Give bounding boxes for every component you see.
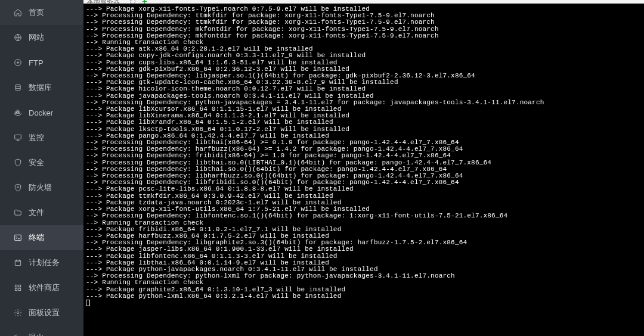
svg-rect-14 (18, 288, 21, 291)
sidebar-item-site[interactable]: 网站 (0, 25, 83, 50)
svg-point-2 (16, 85, 20, 87)
folder-icon (13, 208, 23, 217)
sidebar-item-ftp[interactable]: FTP (0, 50, 83, 75)
svg-rect-4 (17, 112, 18, 113)
svg-rect-7 (15, 135, 21, 139)
sidebar-item-security[interactable]: 安全 (0, 150, 83, 175)
svg-rect-6 (17, 110, 18, 111)
sidebar-item-label: FTP (29, 58, 44, 67)
sidebar-item-store[interactable]: 软件商店 (0, 275, 83, 300)
sidebar: 首页网站FTP数据库Docker监控安全防火墙文件终端计划任务软件商店面板设置退… (0, 0, 83, 336)
firewall-icon (13, 183, 23, 192)
sidebar-item-label: 数据库 (29, 82, 52, 93)
sidebar-item-label: 计划任务 (29, 257, 60, 268)
sidebar-item-files[interactable]: 文件 (0, 200, 83, 225)
terminal-icon (13, 233, 23, 242)
logout-icon (13, 333, 23, 336)
sidebar-item-label: 监控 (29, 132, 44, 143)
settings-icon (13, 308, 23, 318)
ftp-icon (13, 58, 23, 67)
sidebar-item-home[interactable]: 首页 (0, 0, 83, 25)
svg-rect-10 (15, 260, 20, 266)
sidebar-item-firewall[interactable]: 防火墙 (0, 175, 83, 200)
svg-rect-5 (18, 112, 20, 113)
sidebar-item-panel[interactable]: 面板设置 (0, 300, 83, 325)
sidebar-item-label: 安全 (29, 157, 44, 168)
sidebar-item-label: 退出 (29, 332, 44, 336)
terminal-output[interactable]: ---> Package xorg-x11-fonts-Type1.noarch… (83, 4, 644, 336)
terminal-cursor (86, 300, 90, 306)
sidebar-item-docker[interactable]: Docker (0, 100, 83, 125)
sidebar-item-label: 文件 (29, 207, 44, 218)
database-icon (13, 83, 23, 92)
sidebar-item-terminal[interactable]: 终端 (0, 225, 83, 250)
sidebar-item-label: Docker (29, 108, 53, 117)
sidebar-item-cron[interactable]: 计划任务 (0, 250, 83, 275)
svg-rect-13 (15, 288, 17, 291)
svg-point-8 (17, 186, 18, 188)
monitor-icon (13, 133, 23, 142)
home-icon (13, 8, 23, 17)
clock-icon (13, 258, 23, 267)
sidebar-item-db[interactable]: 数据库 (0, 75, 83, 100)
svg-rect-3 (15, 112, 16, 113)
sidebar-item-label: 面板设置 (29, 307, 60, 318)
grid-icon (13, 283, 23, 293)
svg-rect-12 (18, 285, 21, 287)
sidebar-item-label: 软件商店 (29, 282, 60, 293)
sidebar-item-label: 防火墙 (29, 182, 52, 193)
svg-point-15 (17, 312, 19, 314)
sidebar-item-label: 网站 (29, 32, 44, 43)
svg-rect-11 (15, 285, 17, 287)
sidebar-item-label: 首页 (29, 7, 44, 18)
sidebar-item-monitor[interactable]: 监控 (0, 125, 83, 150)
svg-rect-9 (15, 235, 21, 240)
shield-icon (13, 158, 23, 167)
globe-icon (13, 33, 23, 42)
sidebar-item-label: 终端 (29, 232, 44, 243)
main-panel: 本地服务器 ---> Package xorg-x11-fonts-Type1.… (83, 0, 644, 336)
sidebar-item-logout[interactable]: 退出 (0, 325, 83, 336)
docker-icon (13, 108, 23, 117)
